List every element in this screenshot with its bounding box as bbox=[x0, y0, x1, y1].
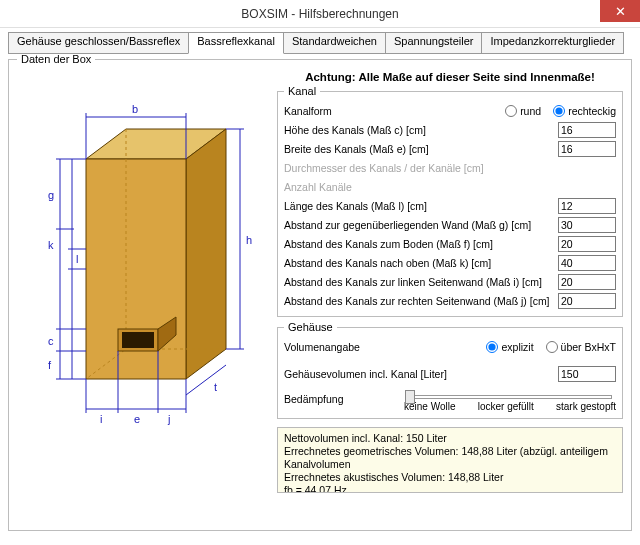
volangabe-explizit-radio[interactable]: explizit bbox=[486, 341, 533, 353]
svg-text:c: c bbox=[48, 335, 54, 347]
result-nettovolumen: Nettovolumen incl. Kanal: 150 Liter bbox=[284, 432, 616, 445]
svg-text:f: f bbox=[48, 359, 52, 371]
abstand-j-input[interactable] bbox=[558, 293, 616, 309]
volumen-label: Gehäusevolumen incl. Kanal [Liter] bbox=[284, 368, 558, 380]
laenge-l-input[interactable] bbox=[558, 198, 616, 214]
abstand-i-label: Abstand des Kanals zur linken Seitenwand… bbox=[284, 276, 558, 288]
abstand-k-input[interactable] bbox=[558, 255, 616, 271]
results-box: Nettovolumen incl. Kanal: 150 Liter Erre… bbox=[277, 427, 623, 493]
kanalform-label: Kanalform bbox=[284, 105, 505, 117]
result-akustisches-volumen: Errechnetes akustisches Volumen: 148,88 … bbox=[284, 471, 616, 484]
groupbox-gehaeuse: Gehäuse Volumenangabe explizit über BxHx… bbox=[277, 321, 623, 419]
tab-impedanzkorrekturglieder[interactable]: Impedanzkorrekturglieder bbox=[481, 32, 624, 54]
laenge-l-label: Länge des Kanals (Maß l) [cm] bbox=[284, 200, 558, 212]
abstand-j-label: Abstand des Kanals zur rechten Seitenwan… bbox=[284, 295, 558, 307]
svg-text:h: h bbox=[246, 234, 252, 246]
close-icon: ✕ bbox=[615, 4, 626, 19]
titlebar: BOXSIM - Hilfsberechnungen ✕ bbox=[0, 0, 640, 28]
result-fb: fb = 44,07 Hz bbox=[284, 484, 616, 493]
abstand-f-label: Abstand des Kanals zum Boden (Maß f) [cm… bbox=[284, 238, 558, 250]
abstand-f-input[interactable] bbox=[558, 236, 616, 252]
durchmesser-label: Durchmesser des Kanals / der Kanäle [cm] bbox=[284, 162, 616, 174]
tabbar: Gehäuse geschlossen/Bassreflex Bassrefle… bbox=[8, 32, 632, 54]
volumenangabe-label: Volumenangabe bbox=[284, 341, 486, 353]
window-title: BOXSIM - Hilfsberechnungen bbox=[241, 7, 398, 21]
tab-geschlossen-bassreflex[interactable]: Gehäuse geschlossen/Bassreflex bbox=[8, 32, 189, 54]
close-button[interactable]: ✕ bbox=[600, 0, 640, 22]
slider-label-locker: locker gefüllt bbox=[478, 401, 534, 412]
breite-e-input[interactable] bbox=[558, 141, 616, 157]
bedaempfung-slider[interactable] bbox=[408, 395, 612, 399]
volumen-input[interactable] bbox=[558, 366, 616, 382]
diagram-pane: b h t bbox=[17, 71, 275, 524]
svg-text:i: i bbox=[100, 413, 102, 425]
box-diagram: b h t bbox=[26, 99, 266, 439]
svg-text:b: b bbox=[132, 103, 138, 115]
app-window: BOXSIM - Hilfsberechnungen ✕ Gehäuse ges… bbox=[0, 0, 640, 545]
svg-rect-4 bbox=[122, 332, 154, 348]
groupbox-title: Daten der Box bbox=[17, 53, 95, 65]
svg-text:j: j bbox=[167, 413, 170, 425]
svg-text:l: l bbox=[76, 253, 78, 265]
slider-thumb[interactable] bbox=[405, 390, 415, 404]
abstand-g-label: Abstand zur gegenüberliegenden Wand (Maß… bbox=[284, 219, 558, 231]
kanal-legend: Kanal bbox=[284, 85, 320, 97]
svg-marker-1 bbox=[186, 129, 226, 379]
abstand-i-input[interactable] bbox=[558, 274, 616, 290]
svg-text:e: e bbox=[134, 413, 140, 425]
kanalform-rund-radio[interactable]: rund bbox=[505, 105, 541, 117]
slider-label-stark: stark gestopft bbox=[556, 401, 616, 412]
abstand-k-label: Abstand des Kanals nach oben (Maß k) [cm… bbox=[284, 257, 558, 269]
volangabe-bxhxt-radio[interactable]: über BxHxT bbox=[546, 341, 616, 353]
svg-text:k: k bbox=[48, 239, 54, 251]
anzahl-label: Anzahl Kanäle bbox=[284, 181, 616, 193]
kanalform-rechteckig-radio[interactable]: rechteckig bbox=[553, 105, 616, 117]
bedaempfung-label: Bedämpfung bbox=[284, 389, 404, 405]
hoehe-c-input[interactable] bbox=[558, 122, 616, 138]
tab-spannungsteiler[interactable]: Spannungsteiler bbox=[385, 32, 483, 54]
warning-text: Achtung: Alle Maße auf dieser Seite sind… bbox=[277, 71, 623, 83]
groupbox-kanal: Kanal Kanalform rund rechteckig Höhe des… bbox=[277, 85, 623, 317]
gehaeuse-legend: Gehäuse bbox=[284, 321, 337, 333]
tab-standardweichen[interactable]: Standardweichen bbox=[283, 32, 386, 54]
svg-text:t: t bbox=[214, 381, 217, 393]
tab-bassreflexkanal[interactable]: Bassreflexkanal bbox=[188, 32, 284, 54]
groupbox-daten-der-box: Daten der Box bbox=[8, 53, 632, 531]
svg-text:g: g bbox=[48, 189, 54, 201]
breite-e-label: Breite des Kanals (Maß e) [cm] bbox=[284, 143, 558, 155]
result-geometrisches-volumen: Errechnetes geometrisches Volumen: 148,8… bbox=[284, 445, 616, 471]
abstand-g-input[interactable] bbox=[558, 217, 616, 233]
hoehe-c-label: Höhe des Kanals (Maß c) [cm] bbox=[284, 124, 558, 136]
